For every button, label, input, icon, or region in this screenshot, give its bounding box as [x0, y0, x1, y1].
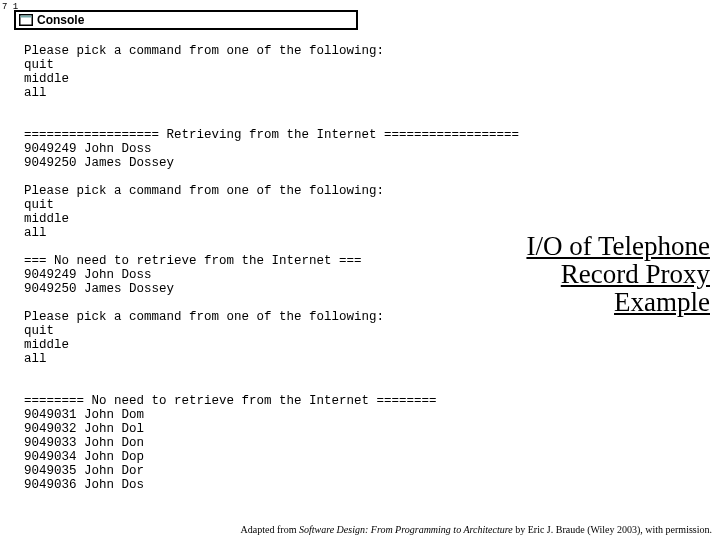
attribution: Adapted from Software Design: From Progr… — [241, 524, 712, 535]
slide-title: I/O of Telephone Record Proxy Example — [510, 232, 710, 316]
console-window: Console — [14, 10, 358, 30]
console-output: Please pick a command from one of the fo… — [24, 44, 494, 492]
attribution-prefix: Adapted from — [241, 524, 299, 535]
attribution-book: Software Design: From Programming to Arc… — [299, 524, 513, 535]
console-title: Console — [37, 13, 84, 27]
attribution-suffix: by Eric J. Braude (Wiley 2003), with per… — [513, 524, 712, 535]
console-titlebar: Console — [16, 12, 356, 28]
terminal-icon — [19, 14, 33, 26]
svg-rect-2 — [21, 16, 32, 18]
